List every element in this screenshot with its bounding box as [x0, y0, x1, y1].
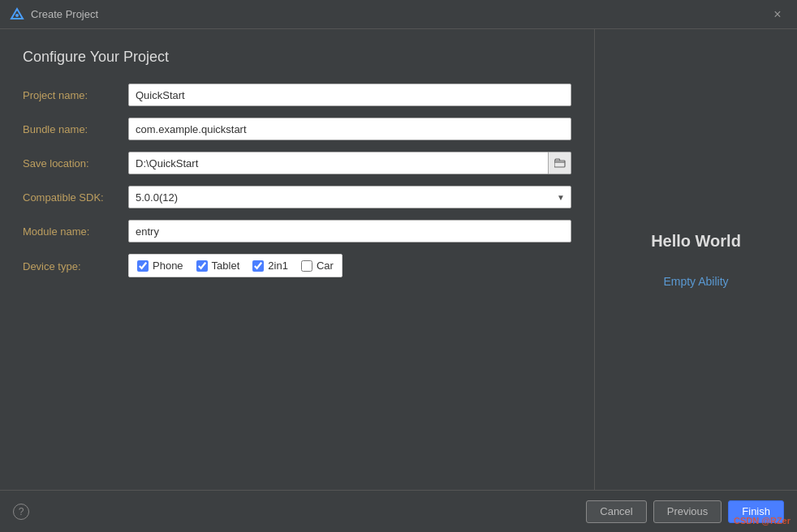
device-type-checkboxes-container: Phone Tablet 2in1 Car: [128, 254, 342, 277]
help-button[interactable]: ?: [13, 504, 29, 520]
preview-empty-ability-text: Empty Ability: [663, 275, 728, 288]
project-name-label: Project name:: [23, 89, 128, 101]
checkbox-car[interactable]: Car: [301, 260, 334, 272]
checkbox-tablet[interactable]: Tablet: [196, 260, 240, 272]
car-checkbox[interactable]: [301, 260, 312, 272]
close-button[interactable]: ×: [768, 5, 787, 24]
checkbox-2in1[interactable]: 2in1: [252, 260, 288, 272]
module-name-label: Module name:: [23, 225, 128, 238]
save-location-wrapper: [128, 152, 571, 174]
title-bar: Create Project ×: [0, 0, 797, 29]
browse-button[interactable]: [549, 152, 571, 174]
dialog-body: Configure Your Project Project name: Bun…: [0, 29, 797, 490]
phone-label: Phone: [153, 260, 183, 272]
bundle-name-input[interactable]: [128, 118, 571, 140]
device-checkboxes: Phone Tablet 2in1 Car: [137, 260, 334, 272]
footer-left: ?: [13, 504, 29, 520]
save-location-input[interactable]: [128, 152, 549, 174]
title-bar-text: Create Project: [31, 8, 768, 20]
save-location-label: Save location:: [23, 157, 128, 169]
svg-point-1: [15, 14, 19, 17]
right-panel: Hello World Empty Ability: [594, 29, 797, 490]
dialog-footer: ? Cancel Previous Finish: [0, 490, 797, 532]
2in1-label: 2in1: [268, 260, 288, 272]
sdk-select[interactable]: 5.0.0(12) 4.1.0(11) 4.0.0(10): [128, 186, 571, 208]
module-name-group: Module name:: [23, 220, 571, 242]
tablet-checkbox[interactable]: [196, 260, 208, 272]
checkbox-phone[interactable]: Phone: [137, 260, 183, 272]
sdk-select-wrapper: 5.0.0(12) 4.1.0(11) 4.0.0(10) ▼: [128, 186, 571, 208]
2in1-checkbox[interactable]: [252, 260, 264, 272]
tablet-label: Tablet: [212, 260, 240, 272]
car-label: Car: [317, 260, 334, 272]
cancel-button[interactable]: Cancel: [586, 500, 646, 523]
compatible-sdk-label: Compatible SDK:: [23, 191, 128, 204]
device-type-group: Device type: Phone Tablet 2i: [23, 254, 571, 289]
left-panel: Configure Your Project Project name: Bun…: [0, 29, 594, 490]
svg-rect-2: [554, 161, 565, 167]
watermark-text: CSDN @RZer: [734, 516, 791, 526]
compatible-sdk-group: Compatible SDK: 5.0.0(12) 4.1.0(11) 4.0.…: [23, 186, 571, 208]
project-name-input[interactable]: [128, 84, 571, 106]
create-project-dialog: Create Project × Configure Your Project …: [0, 0, 797, 532]
app-logo-icon: [10, 7, 24, 22]
device-type-label: Device type:: [23, 254, 128, 272]
bundle-name-group: Bundle name:: [23, 118, 571, 140]
section-title: Configure Your Project: [23, 49, 571, 66]
module-name-input[interactable]: [128, 220, 571, 242]
project-name-group: Project name:: [23, 84, 571, 106]
phone-checkbox[interactable]: [137, 260, 149, 272]
preview-hello-world-text: Hello World: [651, 232, 741, 251]
save-location-group: Save location:: [23, 152, 571, 174]
bundle-name-label: Bundle name:: [23, 123, 128, 135]
previous-button[interactable]: Previous: [653, 500, 722, 523]
